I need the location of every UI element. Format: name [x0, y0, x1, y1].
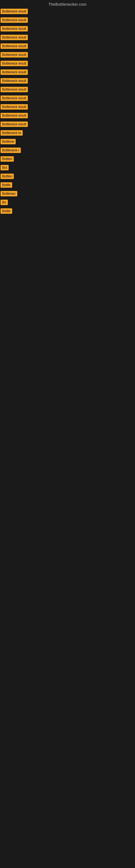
items-list: Bottleneck resultBottleneck resultBottle…	[0, 8, 135, 216]
bottleneck-result-label: Bottleneck result	[1, 26, 28, 31]
bottleneck-result-label: Bottleneck result	[1, 43, 28, 49]
list-item[interactable]: Bottleneck result	[0, 42, 135, 51]
list-item[interactable]: Bottleneck re	[0, 129, 135, 138]
bottleneck-result-label: Bottleneck result	[1, 104, 28, 110]
bottleneck-result-label: Bottleneck result	[1, 69, 28, 75]
bottleneck-result-label: Bottleneck result	[1, 9, 28, 14]
list-item[interactable]: Bottleneck result	[0, 120, 135, 129]
bottleneck-result-label: Bottleneck result	[1, 52, 28, 58]
list-item[interactable]: Bottleneck result	[0, 112, 135, 120]
bottleneck-result-label: Bottleneck r	[1, 148, 21, 153]
bottleneck-result-label: Bottleneck re	[1, 130, 23, 135]
list-item[interactable]: Bottleneck result	[0, 94, 135, 103]
list-item[interactable]: Bottleneck result	[0, 68, 135, 77]
bottleneck-result-label: Bottlen	[1, 174, 14, 179]
list-item[interactable]: Bot	[0, 164, 135, 173]
site-title: TheBottlenecker.com	[48, 2, 86, 6]
bottleneck-result-label: Bottleneck result	[1, 78, 28, 84]
list-item[interactable]: Bottleneck result	[0, 77, 135, 86]
bottleneck-result-label: Bottleneck result	[1, 61, 28, 66]
list-item[interactable]: Bottleneck result	[0, 16, 135, 25]
bottleneck-result-label: Bottleneck result	[1, 18, 28, 23]
list-item[interactable]: Bottle	[0, 207, 135, 216]
list-item[interactable]: Bottleneck result	[0, 60, 135, 68]
list-item[interactable]: Bottlen	[0, 173, 135, 181]
bottleneck-result-label: Bottlene	[1, 139, 16, 144]
list-item[interactable]: Bottlen	[0, 155, 135, 164]
bottleneck-result-label: Bottleneck result	[1, 122, 28, 127]
list-item[interactable]: Bottlenec	[0, 190, 135, 198]
list-item[interactable]: Bottleneck result	[0, 103, 135, 112]
list-item[interactable]: Bottleneck result	[0, 34, 135, 42]
bottleneck-result-label: Bottleneck result	[1, 35, 28, 40]
page-wrapper: TheBottlenecker.com Bottleneck resultBot…	[0, 0, 135, 216]
list-item[interactable]: Bottlene	[0, 138, 135, 147]
bottleneck-result-label: Bottleneck result	[1, 95, 28, 101]
site-header: TheBottlenecker.com	[0, 0, 135, 8]
list-item[interactable]: Bottleneck result	[0, 8, 135, 16]
list-item[interactable]: Bottleneck result	[0, 51, 135, 60]
bottleneck-result-label: Bottle	[1, 208, 12, 214]
list-item[interactable]: Bottleneck result	[0, 25, 135, 34]
bottleneck-result-label: Bottle	[1, 182, 12, 188]
list-item[interactable]: Bottleneck r	[0, 147, 135, 155]
list-item[interactable]: Bottle	[0, 181, 135, 190]
bottleneck-result-label: Bottleneck result	[1, 113, 28, 118]
bottleneck-result-label: Bot	[1, 165, 9, 170]
bottleneck-result-label: Bottleneck result	[1, 87, 28, 92]
bottleneck-result-label: Bottlenec	[1, 191, 17, 196]
bottleneck-result-label: Bottlen	[1, 156, 14, 162]
bottleneck-result-label: Bo	[1, 199, 8, 205]
list-item[interactable]: Bottleneck result	[0, 86, 135, 94]
list-item[interactable]: Bo	[0, 198, 135, 207]
